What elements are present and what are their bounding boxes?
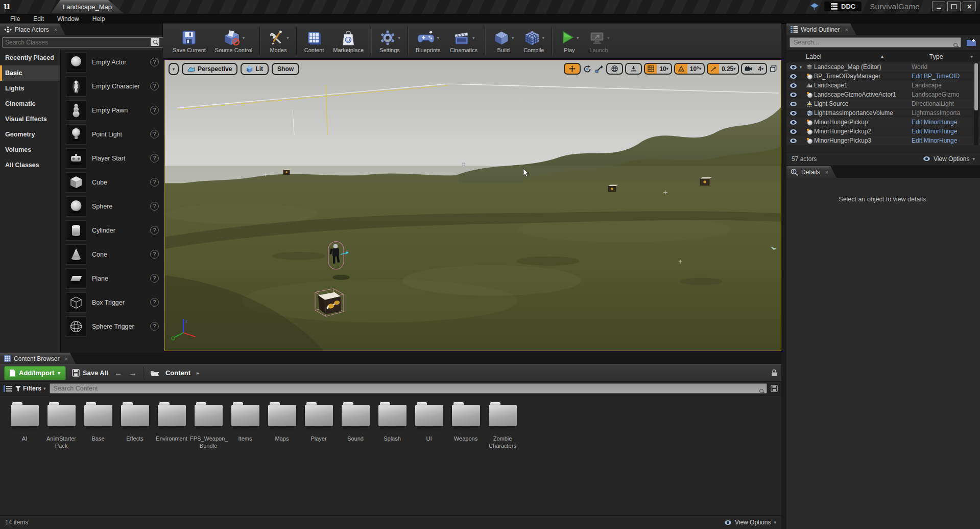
camera-mode-button[interactable]: Perspective bbox=[182, 63, 237, 75]
compile-button[interactable]: ▾ Compile bbox=[519, 29, 549, 53]
viewport-scene[interactable]: z bbox=[165, 60, 781, 351]
folder-zombie-characters[interactable]: Zombie Characters bbox=[484, 405, 521, 450]
actor-item-empty-character[interactable]: Empty Character ? bbox=[61, 74, 163, 98]
minimize-button[interactable] bbox=[932, 2, 945, 11]
scale-snap-toggle[interactable] bbox=[708, 64, 719, 74]
actor-item-plane[interactable]: Plane ? bbox=[61, 266, 163, 290]
level-tab[interactable]: Landscape_Map bbox=[51, 0, 124, 13]
folder-weapons[interactable]: Weapons bbox=[447, 405, 484, 442]
category-geometry[interactable]: Geometry bbox=[0, 127, 60, 142]
close-icon[interactable]: × bbox=[64, 356, 67, 362]
close-icon[interactable]: × bbox=[845, 27, 848, 33]
folder-environment[interactable]: Environment bbox=[153, 405, 190, 442]
save-current-button[interactable]: Save Current bbox=[168, 29, 210, 53]
help-icon[interactable]: ? bbox=[150, 322, 159, 331]
folder-maps[interactable]: Maps bbox=[264, 405, 300, 442]
outliner-row-minorhungerpickup[interactable]: MinorHungerPickup Edit MinorHunge bbox=[786, 118, 980, 127]
actor-item-cube[interactable]: Cube ? bbox=[61, 170, 163, 194]
scale-tool-button[interactable] bbox=[594, 65, 604, 73]
view-options-button[interactable]: View Options ▾ bbox=[724, 519, 776, 526]
outliner-row-lightmass-volume[interactable]: LightmassImportanceVolume LightmassImpor… bbox=[786, 108, 980, 118]
create-folder-icon[interactable] bbox=[966, 38, 976, 47]
breadcrumb-content[interactable]: Content bbox=[165, 369, 190, 377]
chevron-down-icon[interactable]: ▾ bbox=[512, 35, 514, 40]
chevron-down-icon[interactable]: ▾ bbox=[542, 35, 545, 40]
search-content-input[interactable] bbox=[50, 383, 767, 394]
help-icon[interactable]: ? bbox=[150, 154, 159, 163]
maximize-button[interactable] bbox=[947, 2, 961, 11]
scale-snap-value[interactable]: 0.25 ▾ bbox=[719, 64, 738, 74]
outliner-row-landscapegizmo[interactable]: LandscapeGizmoActiveActor1 LandscapeGizm… bbox=[786, 90, 980, 99]
visibility-eye-icon[interactable] bbox=[790, 74, 797, 79]
category-lights[interactable]: Lights bbox=[0, 81, 60, 96]
help-icon[interactable]: ? bbox=[150, 58, 159, 66]
visibility-eye-icon[interactable] bbox=[790, 120, 797, 125]
folder-ai[interactable]: AI bbox=[6, 405, 43, 442]
blueprints-button[interactable]: ▾ Blueprints bbox=[411, 29, 445, 53]
folder-sound[interactable]: Sound bbox=[337, 405, 374, 442]
chevron-down-icon[interactable]: ▾ bbox=[286, 35, 289, 40]
actor-item-empty-pawn[interactable]: Empty Pawn ? bbox=[61, 98, 163, 122]
edit-blueprint-link[interactable]: Edit MinorHunge bbox=[912, 128, 957, 135]
outliner-search-input[interactable] bbox=[790, 37, 961, 48]
outliner-row-light-source[interactable]: Light Source DirectionalLight bbox=[786, 99, 980, 108]
help-icon[interactable]: ? bbox=[150, 82, 159, 90]
category-cinematic[interactable]: Cinematic bbox=[0, 96, 60, 111]
category-basic[interactable]: Basic bbox=[0, 65, 60, 81]
help-icon[interactable]: ? bbox=[150, 202, 159, 211]
save-search-icon[interactable] bbox=[771, 385, 778, 392]
sort-asc-icon[interactable]: ▲ bbox=[880, 54, 885, 59]
menu-help[interactable]: Help bbox=[86, 15, 111, 23]
world-local-toggle[interactable] bbox=[606, 63, 623, 75]
help-icon[interactable]: ? bbox=[150, 226, 159, 235]
settings-button[interactable]: ▾ Settings bbox=[374, 29, 405, 53]
folder-base[interactable]: Base bbox=[80, 405, 116, 442]
menu-window[interactable]: Window bbox=[51, 15, 85, 23]
chevron-down-icon[interactable]: ▾ bbox=[607, 35, 610, 40]
chevron-down-icon[interactable]: ▾ bbox=[437, 35, 439, 40]
level-viewport[interactable]: z ▾ Perspective Lit Show bbox=[164, 60, 781, 351]
outliner-row-landscape-map[interactable]: ▾ Landscape_Map (Editor) World bbox=[786, 62, 980, 72]
help-icon[interactable]: ? bbox=[150, 130, 159, 139]
type-filter-icon[interactable]: ▾ bbox=[970, 54, 973, 59]
back-arrow-button[interactable]: ← bbox=[114, 369, 123, 377]
actor-item-empty-actor[interactable]: Empty Actor ? bbox=[61, 50, 163, 74]
lock-icon[interactable] bbox=[771, 369, 777, 377]
grid-snap-toggle[interactable] bbox=[645, 64, 657, 74]
play-button[interactable]: ▾ Play bbox=[555, 29, 584, 53]
source-control-button[interactable]: ▾ Source Control bbox=[210, 29, 257, 53]
folder-player[interactable]: Player bbox=[300, 405, 337, 442]
visibility-eye-icon[interactable] bbox=[790, 92, 797, 98]
modes-button[interactable]: ▾ Modes bbox=[263, 29, 294, 53]
help-icon[interactable]: ? bbox=[150, 298, 159, 307]
outliner-row-minorhungerpickup3[interactable]: MinorHungerPickup3 Edit MinorHunge bbox=[786, 136, 980, 145]
marketplace-button[interactable]: Marketplace bbox=[328, 29, 368, 53]
folder-fps-weapon-bundle[interactable]: FPS_Weapon_ Bundle bbox=[190, 405, 227, 450]
filters-button[interactable]: Filters ▾ bbox=[15, 385, 46, 392]
category-visual-effects[interactable]: Visual Effects bbox=[0, 111, 60, 127]
world-outliner-tab[interactable]: World Outliner × bbox=[786, 24, 856, 35]
edit-blueprint-link[interactable]: Edit BP_TimeOfD bbox=[912, 73, 960, 80]
cinematics-button[interactable]: ▾ Cinematics bbox=[445, 29, 482, 53]
help-icon[interactable]: ? bbox=[150, 106, 159, 114]
folder-animstarterpack[interactable]: AnimStarter Pack bbox=[43, 405, 80, 450]
actor-item-player-start[interactable]: Player Start ? bbox=[61, 146, 163, 170]
content-button[interactable]: Content bbox=[300, 29, 329, 53]
viewport-options-button[interactable]: ▾ bbox=[169, 63, 179, 75]
content-browser-tab[interactable]: Content Browser × bbox=[0, 353, 76, 364]
menu-edit[interactable]: Edit bbox=[27, 15, 50, 23]
place-actors-tab[interactable]: Place Actors × bbox=[0, 24, 65, 35]
rotate-tool-button[interactable] bbox=[583, 65, 592, 73]
view-options-button[interactable]: View Options ▾ bbox=[923, 155, 975, 163]
column-type[interactable]: Type bbox=[929, 53, 943, 60]
chevron-down-icon[interactable]: ▾ bbox=[243, 35, 245, 40]
outliner-row-landscape1[interactable]: Landscape1 Landscape bbox=[786, 81, 980, 90]
visibility-eye-icon[interactable] bbox=[790, 83, 797, 88]
folder-effects[interactable]: Effects bbox=[116, 405, 153, 442]
help-icon[interactable]: ? bbox=[150, 274, 159, 283]
visibility-eye-icon[interactable] bbox=[790, 138, 797, 144]
actor-item-point-light[interactable]: Point Light ? bbox=[61, 122, 163, 146]
column-label[interactable]: Label bbox=[806, 53, 822, 60]
outliner-scrollbar[interactable] bbox=[974, 62, 978, 145]
actor-item-cylinder[interactable]: Cylinder ? bbox=[61, 218, 163, 242]
